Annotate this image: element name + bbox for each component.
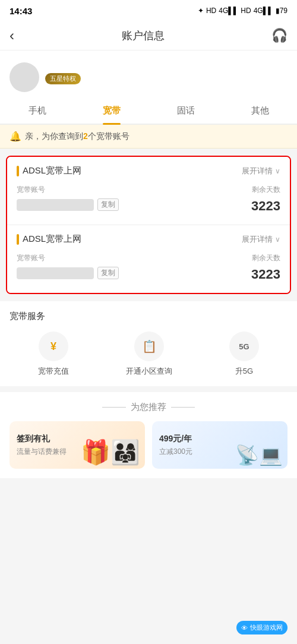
recommend-signin-img: 🎁👨‍👩‍👧 [81, 438, 140, 466]
header: ‹ 账户信息 🎧 [0, 21, 297, 50]
notice-count: 2 [83, 131, 88, 141]
notice-text: 亲，为你查询到2个宽带账号 [25, 131, 129, 142]
days-value-1: 3223 [251, 198, 280, 214]
bluetooth-icon: ✦ [198, 7, 204, 15]
user-area: 五星特权 [0, 50, 297, 98]
service-5g[interactable]: 5G 升5G [229, 332, 259, 377]
days-value-2: 3223 [251, 267, 280, 282]
account-number-2 [17, 267, 94, 279]
services-section: 宽带服务 ¥ 宽带充值 📋 开通小区查询 5G 升5G [0, 301, 297, 386]
recommend-plan-title: 499元/年 [159, 434, 192, 444]
days-label-2: 剩余天数 [252, 253, 280, 263]
adsl-dot-1 [17, 166, 19, 176]
adsl-card-2-header: ADSL宽带上网 展开详情 ∨ [17, 233, 280, 245]
days-col-2: 剩余天数 3223 [251, 253, 280, 282]
recommend-signin-title: 签到有礼 [17, 434, 67, 444]
adsl-info-row-2: 宽带账号 复制 剩余天数 3223 [17, 253, 280, 282]
service-community[interactable]: 📋 开通小区查询 [126, 332, 172, 377]
recommend-card-signin[interactable]: 签到有礼 流量与话费兼得 🎁👨‍👩‍👧 [10, 421, 145, 469]
account-number-1 [17, 199, 94, 211]
adsl-title-1: ADSL宽带上网 [23, 165, 81, 176]
tab-mobile[interactable]: 手机 [0, 98, 74, 124]
services-title: 宽带服务 [10, 311, 287, 322]
expand-label-2: 展开详情 [242, 234, 273, 245]
services-grid: ¥ 宽带充值 📋 开通小区查询 5G 升5G [10, 332, 287, 377]
recommend-plan-sub: 立减300元 [159, 447, 192, 457]
adsl-title-2: ADSL宽带上网 [23, 233, 81, 245]
5g-label: 升5G [235, 366, 253, 377]
copy-btn-1[interactable]: 复制 [97, 198, 119, 211]
adsl-dot-2 [17, 234, 19, 245]
account-value-row-1: 复制 [17, 198, 119, 211]
network-hd2-icon: HD [241, 7, 251, 15]
watermark: 👁 快眼游戏网 [236, 621, 287, 634]
back-icon[interactable]: ‹ [10, 27, 14, 44]
community-label: 开通小区查询 [126, 366, 172, 377]
days-col-1: 剩余天数 3223 [251, 185, 280, 214]
signal-4g2-icon: 4G▌▌ [254, 7, 273, 15]
watermark-icon: 👁 [241, 624, 248, 632]
recommend-signin-sub: 流量与话费兼得 [17, 447, 67, 457]
expand-btn-1[interactable]: 展开详情 ∨ [242, 166, 280, 176]
headset-icon[interactable]: 🎧 [271, 28, 287, 43]
expand-label-1: 展开详情 [242, 166, 273, 176]
adsl-info-row-1: 宽带账号 复制 剩余天数 3223 [17, 185, 280, 214]
recommend-title: 为您推荐 [10, 402, 287, 413]
recharge-label: 宽带充值 [38, 366, 69, 377]
signal-4g-icon: 4G▌▌ [219, 7, 238, 15]
recommend-card-plan-content: 499元/年 立减300元 [159, 434, 192, 457]
recharge-icon: ¥ [39, 332, 68, 361]
5g-icon: 5G [229, 332, 259, 361]
vip-badge: 五星特权 [45, 73, 81, 84]
recommend-card-signin-content: 签到有礼 流量与话费兼得 [17, 434, 67, 457]
avatar [10, 62, 39, 92]
account-label-1: 宽带账号 [17, 185, 45, 195]
recommend-card-plan[interactable]: 499元/年 立减300元 📡💻 [152, 421, 287, 469]
recommend-cards: 签到有礼 流量与话费兼得 🎁👨‍👩‍👧 499元/年 立减300元 📡💻 [10, 421, 287, 469]
adsl-card-1-header: ADSL宽带上网 展开详情 ∨ [17, 165, 280, 176]
recommend-plan-img: 📡💻 [235, 444, 283, 466]
community-icon: 📋 [134, 332, 164, 361]
account-col-2: 宽带账号 复制 [17, 253, 119, 279]
days-label-1: 剩余天数 [252, 185, 280, 195]
chevron-down-icon-2: ∨ [275, 235, 280, 244]
adsl-title-row-1: ADSL宽带上网 [17, 165, 81, 176]
adsl-title-row-2: ADSL宽带上网 [17, 233, 81, 245]
watermark-text: 快眼游戏网 [250, 623, 283, 632]
recommend-section: 为您推荐 签到有礼 流量与话费兼得 🎁👨‍👩‍👧 499元/年 立减300元 📡… [0, 392, 297, 478]
account-value-row-2: 复制 [17, 267, 119, 279]
page-title: 账户信息 [122, 29, 165, 43]
tab-landline[interactable]: 固话 [148, 98, 223, 124]
status-icons: ✦ HD 4G▌▌ HD 4G▌▌ ▮79 [198, 7, 287, 15]
adsl-cards-container: ADSL宽带上网 展开详情 ∨ 宽带账号 复制 剩余天数 3223 [6, 156, 291, 294]
tabs: 手机 宽带 固话 其他 [0, 98, 297, 125]
status-time: 14:43 [10, 6, 32, 16]
notice-bar: 🔔 亲，为你查询到2个宽带账号 [0, 125, 297, 149]
account-label-2: 宽带账号 [17, 253, 45, 263]
copy-btn-2[interactable]: 复制 [97, 267, 119, 279]
adsl-card-1: ADSL宽带上网 展开详情 ∨ 宽带账号 复制 剩余天数 3223 [7, 157, 290, 225]
expand-btn-2[interactable]: 展开详情 ∨ [242, 234, 280, 245]
tab-other[interactable]: 其他 [223, 98, 297, 124]
tab-broadband[interactable]: 宽带 [74, 98, 148, 124]
network-hd-icon: HD [206, 7, 216, 15]
battery-icon: ▮79 [276, 7, 287, 15]
status-bar: 14:43 ✦ HD 4G▌▌ HD 4G▌▌ ▮79 [0, 0, 297, 21]
chevron-down-icon-1: ∨ [275, 167, 280, 175]
service-recharge[interactable]: ¥ 宽带充值 [38, 332, 69, 377]
avatar-row: 五星特权 [10, 62, 81, 92]
notice-icon: 🔔 [10, 131, 21, 142]
adsl-card-2: ADSL宽带上网 展开详情 ∨ 宽带账号 复制 剩余天数 3223 [7, 225, 290, 293]
account-col-1: 宽带账号 复制 [17, 185, 119, 211]
